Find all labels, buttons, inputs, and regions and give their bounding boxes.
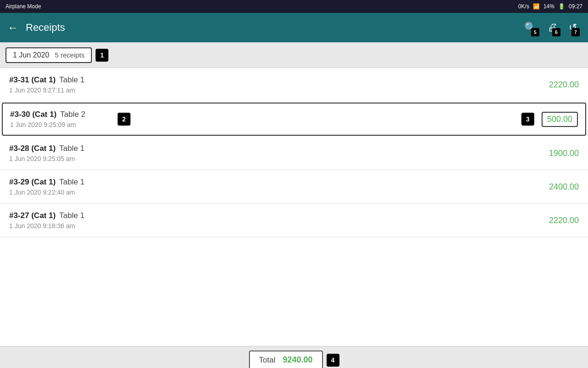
wifi-icon: 📶 <box>533 3 540 10</box>
date-filter[interactable]: 1 Jun 2020 5 receipts <box>6 47 92 63</box>
airplane-mode-text: Airplane Mode <box>6 3 41 10</box>
app-bar: ← Receipts 🔍 5 🖨 6 ↺ 7 <box>0 13 588 42</box>
receipt-time: 1 Jun 2020 9:25:05 am <box>9 155 85 162</box>
app-bar-actions: 🔍 5 🖨 6 ↺ 7 <box>520 18 581 37</box>
receipt-amount: 2220.00 <box>549 216 579 225</box>
receipt-amount: 500.00 <box>542 112 578 127</box>
battery-icon: 🔋 <box>558 3 565 10</box>
receipt-table: Table 2 <box>60 110 85 119</box>
receipt-left: #3-27 (Cat 1)Table 11 Jun 2020 9:18:36 a… <box>9 211 85 230</box>
receipt-amount: 2220.00 <box>549 80 579 90</box>
receipt-table: Table 1 <box>59 144 85 153</box>
receipt-right-area: 2220.00 <box>549 80 579 90</box>
status-mode: Airplane Mode <box>6 3 41 10</box>
date-text: 1 Jun 2020 <box>13 51 49 59</box>
receipt-id: #3-31 (Cat 1) <box>9 75 56 84</box>
print-button[interactable]: 🖨 6 <box>544 18 561 37</box>
footer-badge: 4 <box>327 354 339 367</box>
receipt-right-area: 2220.00 <box>549 216 579 225</box>
print-badge: 6 <box>552 28 560 36</box>
search-button[interactable]: 🔍 5 <box>520 18 540 37</box>
date-badge: 1 <box>96 49 108 62</box>
receipt-right-area: 3500.00 <box>521 112 578 127</box>
date-bar: 1 Jun 2020 5 receipts 1 <box>0 42 588 68</box>
receipt-table: Table 1 <box>59 211 85 220</box>
receipt-item[interactable]: #3-31 (Cat 1)Table 11 Jun 2020 9:27:11 a… <box>0 68 588 102</box>
receipt-left: #3-29 (Cat 1)Table 11 Jun 2020 9:22:40 a… <box>9 178 85 196</box>
footer: Total 9240.00 4 <box>0 346 588 368</box>
receipt-amount: 2400.00 <box>549 182 579 192</box>
total-label: Total <box>259 356 276 365</box>
receipt-left: #3-30 (Cat 1)Table 21 Jun 2020 9:25:09 a… <box>10 110 85 128</box>
main-content: #3-31 (Cat 1)Table 11 Jun 2020 9:27:11 a… <box>0 68 588 346</box>
status-right: 0K/s 📶 14% 🔋 09:27 <box>518 3 582 10</box>
receipt-time: 1 Jun 2020 9:22:40 am <box>9 189 85 196</box>
receipt-id: #3-27 (Cat 1) <box>9 211 56 220</box>
receipt-amount: 1900.00 <box>549 149 579 158</box>
search-badge: 5 <box>531 28 539 36</box>
receipt-item[interactable]: #3-30 (Cat 1)Table 21 Jun 2020 9:25:09 a… <box>2 103 586 136</box>
battery-text: 14% <box>543 3 554 10</box>
receipt-table: Table 1 <box>59 178 85 186</box>
status-bar: Airplane Mode 0K/s 📶 14% 🔋 09:27 <box>0 0 588 13</box>
receipt-id: #3-28 (Cat 1) <box>9 144 56 153</box>
receipt-left: #3-28 (Cat 1)Table 11 Jun 2020 9:25:05 a… <box>9 144 85 162</box>
receipt-time: 1 Jun 2020 9:25:09 am <box>10 121 85 128</box>
receipt-time: 1 Jun 2020 9:27:11 am <box>9 86 85 94</box>
receipt-list: #3-31 (Cat 1)Table 11 Jun 2020 9:27:11 a… <box>0 68 588 346</box>
receipt-id: #3-29 (Cat 1) <box>9 178 56 186</box>
receipts-count: 5 receipts <box>55 51 85 59</box>
receipt-time: 1 Jun 2020 9:18:36 am <box>9 222 85 230</box>
receipt-right-area: 2400.00 <box>549 182 579 192</box>
receipt-item[interactable]: #3-28 (Cat 1)Table 11 Jun 2020 9:25:05 a… <box>0 137 588 170</box>
time-text: 09:27 <box>569 3 582 10</box>
receipt-table: Table 1 <box>59 75 85 84</box>
receipt-item[interactable]: #3-29 (Cat 1)Table 11 Jun 2020 9:22:40 a… <box>0 170 588 204</box>
receipt-right-area: 1900.00 <box>549 149 579 158</box>
total-box: Total 9240.00 <box>249 351 323 368</box>
page-title: Receipts <box>26 22 513 34</box>
receipt-badge-3: 3 <box>521 113 534 126</box>
receipt-id: #3-30 (Cat 1) <box>10 110 57 119</box>
receipt-badge-2: 2 <box>118 113 130 126</box>
back-icon: ← <box>7 21 18 34</box>
receipt-left: #3-31 (Cat 1)Table 11 Jun 2020 9:27:11 a… <box>9 75 85 94</box>
refresh-badge: 7 <box>571 28 580 36</box>
receipt-item[interactable]: #3-27 (Cat 1)Table 11 Jun 2020 9:18:36 a… <box>0 204 588 237</box>
speed-text: 0K/s <box>518 3 529 10</box>
refresh-button[interactable]: ↺ 7 <box>565 18 581 37</box>
total-amount: 9240.00 <box>283 355 312 365</box>
back-button[interactable]: ← <box>7 21 18 34</box>
